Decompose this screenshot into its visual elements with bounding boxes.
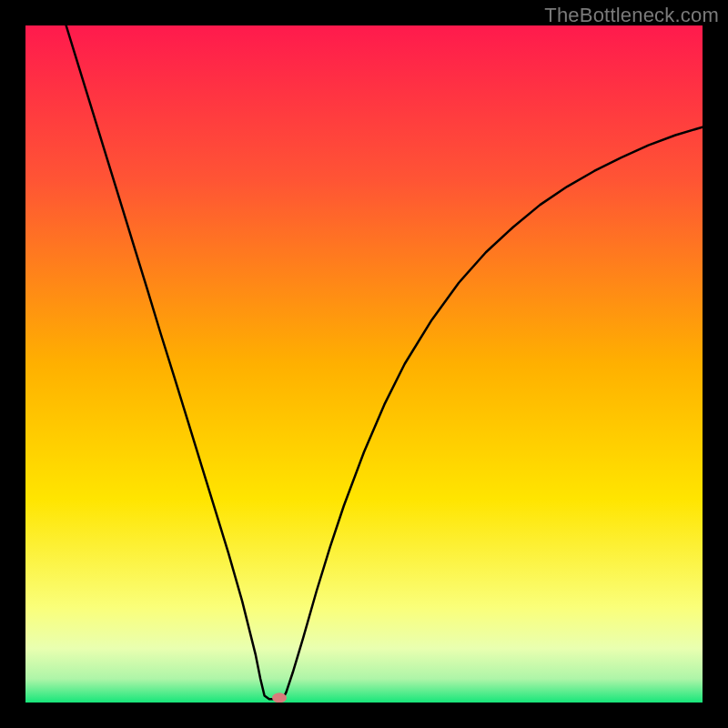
gradient-background <box>25 25 703 703</box>
plot-area <box>25 25 703 703</box>
watermark-text: TheBottleneck.com <box>544 4 719 27</box>
chart-frame: TheBottleneck.com <box>0 0 728 728</box>
bottleneck-chart <box>25 25 703 703</box>
minimum-marker <box>272 693 287 703</box>
